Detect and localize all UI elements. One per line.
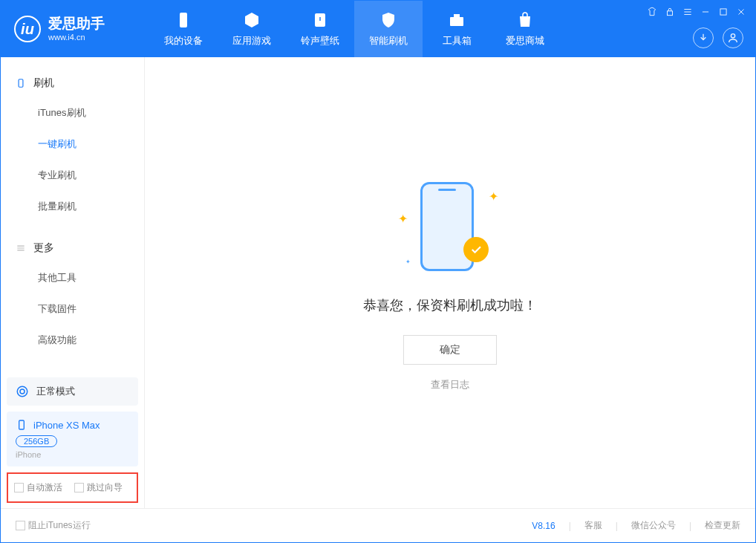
- svg-rect-0: [180, 13, 187, 27]
- success-message: 恭喜您，保资料刷机成功啦！: [363, 296, 537, 314]
- tab-ringtones[interactable]: 铃声壁纸: [286, 1, 354, 57]
- window-controls: [647, 7, 746, 17]
- tab-label: 铃声壁纸: [301, 34, 339, 48]
- svg-point-8: [17, 386, 27, 397]
- checkbox-auto-activate[interactable]: 自动激活: [14, 481, 62, 494]
- download-button[interactable]: [693, 27, 714, 48]
- tab-store[interactable]: 爱思商城: [491, 1, 559, 57]
- sidebar-item-batch-flash[interactable]: 批量刷机: [1, 191, 144, 222]
- menu-icon[interactable]: [682, 7, 693, 17]
- tab-smart-flash[interactable]: 智能刷机: [354, 1, 423, 57]
- sidebar-item-download-firmware[interactable]: 下载固件: [1, 293, 144, 325]
- close-icon[interactable]: [736, 7, 746, 17]
- footer-link-update[interactable]: 检查更新: [705, 519, 740, 532]
- svg-rect-7: [19, 79, 23, 88]
- footer: 阻止iTunes运行 V8.16 | 客服 | 微信公众号 | 检查更新: [1, 508, 755, 542]
- shield-icon: [379, 10, 398, 30]
- version-label: V8.16: [532, 521, 555, 531]
- sidebar-item-itunes-flash[interactable]: iTunes刷机: [1, 97, 144, 129]
- device-storage: 256GB: [16, 435, 57, 447]
- checkbox-stop-itunes[interactable]: 阻止iTunes运行: [16, 519, 91, 532]
- tab-label: 我的设备: [164, 34, 203, 48]
- sparkle-icon: ✦: [405, 259, 411, 265]
- tab-label: 工具箱: [443, 34, 472, 48]
- logo-area: iu 爱思助手 www.i4.cn: [1, 16, 149, 42]
- tab-apps-games[interactable]: 应用游戏: [218, 1, 286, 57]
- view-log-link[interactable]: 查看日志: [431, 378, 469, 391]
- device-name: iPhone XS Max: [33, 420, 100, 431]
- svg-rect-2: [450, 17, 463, 26]
- svg-rect-9: [19, 420, 25, 429]
- user-button[interactable]: [723, 27, 743, 48]
- cube-icon: [242, 10, 261, 30]
- device-type: iPhone: [16, 450, 129, 459]
- mode-label: 正常模式: [36, 385, 75, 398]
- confirm-button[interactable]: 确定: [403, 335, 497, 365]
- sync-icon: [16, 385, 29, 398]
- maximize-icon[interactable]: [718, 7, 729, 17]
- app-logo-icon: iu: [14, 16, 41, 42]
- list-icon: [16, 243, 26, 253]
- sidebar-item-advanced[interactable]: 高级功能: [1, 325, 144, 356]
- sparkle-icon: ✦: [489, 189, 498, 204]
- sidebar-item-other-tools[interactable]: 其他工具: [1, 262, 144, 293]
- tab-label: 应用游戏: [232, 34, 271, 48]
- sidebar-item-oneclick-flash[interactable]: 一键刷机: [1, 129, 144, 160]
- svg-rect-5: [720, 9, 726, 15]
- checkbox-skip-guide[interactable]: 跳过向导: [74, 481, 123, 494]
- sidebar: 刷机 iTunes刷机 一键刷机 专业刷机 批量刷机 更多 其他工具 下载固件 …: [1, 57, 145, 509]
- success-illustration: ✦ ✦ ✦: [398, 175, 502, 279]
- minimize-icon[interactable]: [700, 7, 711, 17]
- svg-rect-3: [454, 14, 460, 17]
- nav-tabs: 我的设备 应用游戏 铃声壁纸 智能刷机 工具箱 爱思商城: [149, 1, 559, 57]
- lock-icon[interactable]: [665, 7, 675, 17]
- app-header: iu 爱思助手 www.i4.cn 我的设备 应用游戏 铃声壁纸 智能刷机 工具…: [1, 1, 755, 57]
- success-check-icon: [463, 237, 489, 262]
- app-subtitle: www.i4.cn: [48, 33, 105, 42]
- tshirt-icon[interactable]: [647, 7, 657, 17]
- sidebar-section-flash: 刷机: [1, 69, 144, 97]
- device-icon: [16, 78, 26, 88]
- tab-label: 智能刷机: [369, 34, 408, 48]
- sidebar-section-more: 更多: [1, 234, 144, 262]
- main-content: ✦ ✦ ✦ 恭喜您，保资料刷机成功啦！ 确定 查看日志: [145, 57, 755, 509]
- sparkle-icon: ✦: [398, 212, 408, 226]
- phone-icon: [174, 10, 193, 30]
- svg-rect-4: [668, 11, 673, 16]
- mode-card[interactable]: 正常模式: [7, 377, 138, 406]
- device-info-card[interactable]: iPhone XS Max 256GB iPhone: [7, 412, 138, 466]
- tab-label: 爱思商城: [506, 34, 544, 48]
- music-icon: [310, 10, 330, 30]
- phone-icon: [16, 419, 27, 431]
- tab-my-device[interactable]: 我的设备: [149, 1, 218, 57]
- checkbox-row: 自动激活 跳过向导: [7, 472, 138, 503]
- sidebar-item-pro-flash[interactable]: 专业刷机: [1, 160, 144, 191]
- svg-point-6: [731, 34, 734, 38]
- app-title: 爱思助手: [48, 16, 105, 33]
- tab-toolbox[interactable]: 工具箱: [423, 1, 491, 57]
- footer-link-support[interactable]: 客服: [584, 519, 602, 532]
- bag-icon: [515, 10, 535, 30]
- toolbox-icon: [447, 10, 466, 30]
- footer-link-wechat[interactable]: 微信公众号: [631, 519, 676, 532]
